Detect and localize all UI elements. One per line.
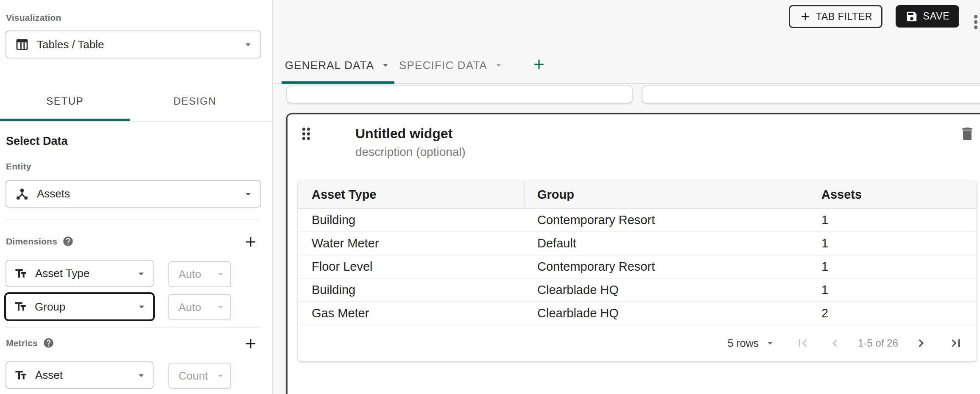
widget-card-partial: [642, 85, 980, 104]
device-hub-icon: [15, 187, 29, 201]
previous-page-icon[interactable]: [827, 336, 843, 351]
rows-per-page-select[interactable]: 5 rows: [728, 337, 776, 350]
table-pagination: 5 rows 1-5 of 26: [298, 325, 976, 361]
entity-label: Entity: [6, 161, 31, 172]
dimension-field-select-1[interactable]: Asset Type: [6, 260, 154, 287]
tab-setup[interactable]: SETUP: [0, 80, 130, 122]
column-header[interactable]: Group: [525, 181, 814, 208]
text-fields-icon: [14, 267, 28, 280]
metric-field-select[interactable]: Asset: [6, 361, 154, 389]
dimension-field-value: Asset Type: [35, 267, 89, 280]
entity-select[interactable]: Assets: [6, 180, 261, 208]
add-dimension-button[interactable]: [243, 234, 259, 250]
help-icon[interactable]: [62, 236, 74, 247]
chevron-down-icon: [215, 269, 226, 280]
table-row: Gas Meter Clearblade HQ 2: [298, 302, 976, 325]
active-tab-underline: [282, 81, 394, 84]
first-page-icon[interactable]: [795, 336, 810, 351]
table-row: Building Clearblade HQ 1: [298, 279, 976, 302]
plus-icon: [799, 10, 812, 23]
chevron-down-icon: [215, 370, 226, 381]
metric-field-value: Asset: [35, 369, 63, 382]
tab-filter-button[interactable]: TAB FILTER: [789, 5, 882, 28]
dimensions-label: Dimensions: [6, 236, 57, 247]
dimensions-header: Dimensions: [6, 236, 74, 247]
chevron-down-icon: [135, 300, 148, 313]
tab-specific-data[interactable]: SPECIFIC DATA: [399, 47, 505, 83]
chevron-down-icon: [493, 60, 504, 71]
tab-general-data[interactable]: GENERAL DATA: [282, 47, 394, 83]
widget-title[interactable]: Untitled widget: [355, 126, 452, 142]
widget-card: Untitled widget description (optional) A…: [286, 113, 980, 394]
widget-table: Asset Type Group Assets Building Contemp…: [298, 181, 976, 361]
table-row: Water Meter Default 1: [298, 232, 976, 255]
chevron-down-icon: [135, 267, 148, 280]
pagination-range-label: 1-5 of 26: [858, 337, 898, 349]
text-fields-icon: [14, 300, 27, 314]
visualization-select[interactable]: Tables / Table: [6, 31, 261, 58]
text-fields-icon: [14, 369, 28, 382]
more-options-icon[interactable]: [970, 11, 980, 33]
save-button[interactable]: SAVE: [896, 5, 959, 28]
chevron-down-icon: [135, 369, 148, 382]
save-icon: [905, 10, 918, 23]
add-tab-button[interactable]: [531, 56, 547, 72]
drag-handle-icon[interactable]: [297, 125, 315, 143]
column-header[interactable]: Assets: [814, 181, 976, 208]
add-metric-button[interactable]: [243, 336, 259, 352]
help-icon[interactable]: [43, 337, 54, 349]
widget-card-partial: [286, 85, 633, 104]
section-divider: [6, 219, 261, 220]
dimension-field-value: Group: [35, 300, 65, 314]
sidebar-tab-bar: SETUP DESIGN: [0, 80, 260, 122]
visualization-value: Tables / Table: [37, 38, 104, 51]
visualization-label: Visualization: [6, 13, 61, 23]
dimension-field-select-2-focused[interactable]: Group: [4, 292, 155, 321]
dashboard-builder: Visualization Tables / Table SETUP DESIG…: [0, 0, 980, 394]
dimension-bucket-select-2[interactable]: Auto: [168, 294, 231, 320]
config-sidebar: Visualization Tables / Table SETUP DESIG…: [0, 0, 273, 394]
column-header[interactable]: Asset Type: [298, 181, 525, 208]
chevron-down-icon: [242, 38, 254, 51]
select-data-heading: Select Data: [6, 135, 68, 148]
metrics-label: Metrics: [6, 338, 38, 348]
section-divider: [6, 327, 261, 327]
next-page-icon[interactable]: [913, 336, 929, 351]
chevron-down-icon: [765, 338, 776, 349]
dimension-bucket-select-1[interactable]: Auto: [168, 261, 231, 287]
table-row: Building Contemporary Resort 1: [298, 209, 976, 232]
metric-aggregation-select[interactable]: Count: [168, 363, 231, 389]
table-chart-icon: [15, 37, 29, 52]
entity-value: Assets: [37, 187, 70, 200]
widget-description[interactable]: description (optional): [355, 145, 466, 159]
table-row: Floor Level Contemporary Resort 1: [298, 255, 976, 279]
chevron-down-icon: [242, 188, 254, 200]
tab-design[interactable]: DESIGN: [130, 80, 260, 122]
tab-bar-divider: [0, 121, 273, 122]
delete-widget-icon[interactable]: [959, 125, 976, 142]
metrics-header: Metrics: [6, 337, 54, 349]
last-page-icon[interactable]: [948, 336, 963, 351]
table-header-row: Asset Type Group Assets: [298, 181, 976, 209]
chevron-down-icon: [380, 60, 391, 71]
chevron-down-icon: [215, 302, 226, 313]
